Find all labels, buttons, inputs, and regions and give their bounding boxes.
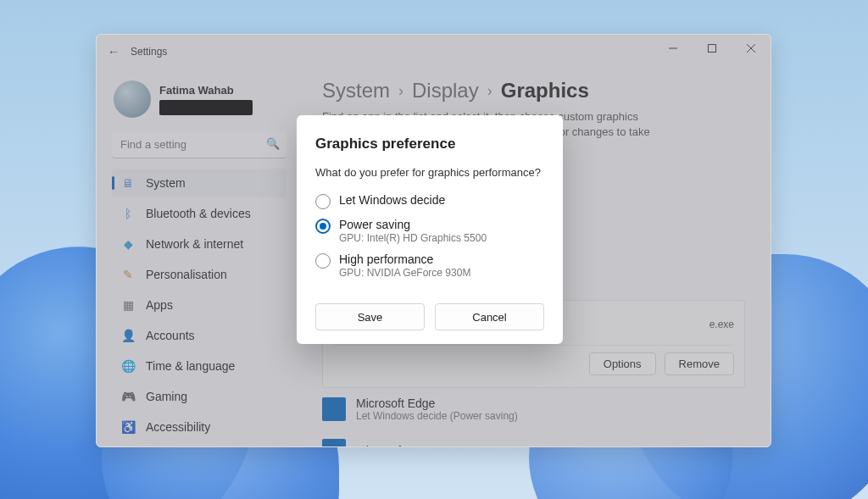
pref-option[interactable]: Let Windows decide xyxy=(315,189,544,213)
radio-icon xyxy=(315,194,331,209)
option-sub: GPU: NVIDIA GeForce 930M xyxy=(339,267,470,279)
option-label: Power saving xyxy=(339,218,487,231)
radio-icon xyxy=(315,253,331,269)
option-sub: GPU: Intel(R) HD Graphics 5500 xyxy=(339,232,487,244)
graphics-preference-dialog: Graphics preference What do you prefer f… xyxy=(297,115,563,344)
dialog-question: What do you prefer for graphics performa… xyxy=(315,166,544,179)
pref-option[interactable]: Power savingGPU: Intel(R) HD Graphics 55… xyxy=(315,213,544,248)
option-label: High performance xyxy=(339,252,470,266)
dialog-title: Graphics preference xyxy=(315,136,544,152)
dialog-options: Let Windows decidePower savingGPU: Intel… xyxy=(315,189,544,283)
pref-option[interactable]: High performanceGPU: NVIDIA GeForce 930M xyxy=(315,248,544,283)
save-button[interactable]: Save xyxy=(315,303,425,330)
option-label: Let Windows decide xyxy=(339,193,445,207)
cancel-button[interactable]: Cancel xyxy=(435,303,544,330)
radio-icon xyxy=(315,219,331,234)
